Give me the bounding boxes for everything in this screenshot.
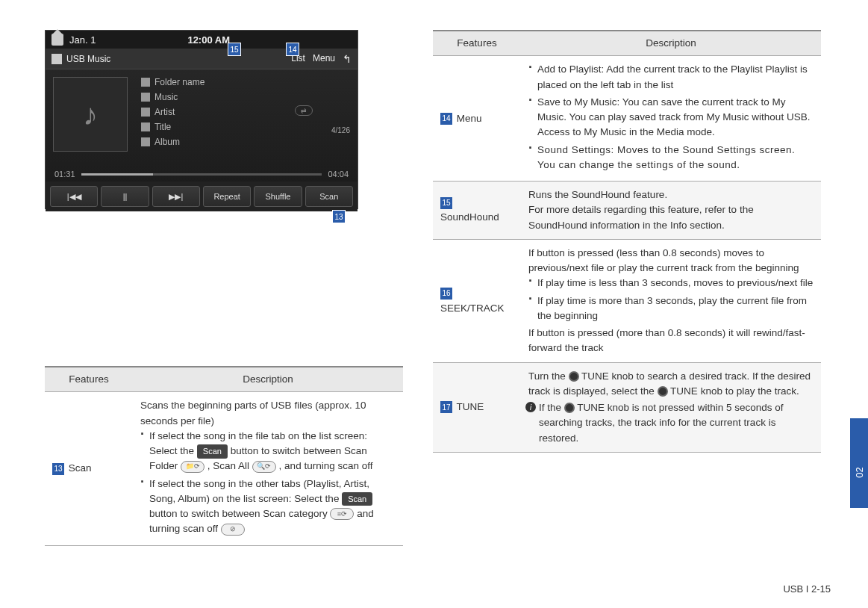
th-description: Description bbox=[521, 31, 821, 56]
th-description: Description bbox=[133, 367, 403, 392]
folder-icon bbox=[141, 78, 150, 87]
tune-knob-icon bbox=[564, 403, 575, 413]
feature-number: 17 bbox=[440, 401, 452, 413]
date-label: Jan. 1 bbox=[69, 34, 96, 46]
feature-number: 14 bbox=[440, 113, 452, 125]
feature-name: Scan bbox=[69, 462, 92, 474]
album-label: Album bbox=[154, 137, 180, 147]
feature-number: 13 bbox=[52, 463, 64, 475]
feature-name: Menu bbox=[457, 113, 482, 124]
screen-title: USB Music bbox=[66, 54, 110, 64]
scan-pill-icon: Scan bbox=[342, 492, 372, 506]
tune-knob-icon bbox=[658, 386, 668, 397]
album-icon bbox=[141, 137, 150, 146]
info-icon: i bbox=[525, 402, 536, 412]
next-button: ▶▶| bbox=[152, 186, 200, 207]
list-item: Sound Settings: Moves to the Sound Setti… bbox=[528, 143, 814, 173]
shuffle-button: Shuffle bbox=[254, 186, 302, 207]
scan-category-icon: ≡⟳ bbox=[330, 508, 354, 520]
scan-off-icon: ⊘ bbox=[221, 524, 245, 536]
album-art-placeholder: ♪ bbox=[53, 77, 128, 152]
feature-name: TUNE bbox=[457, 401, 484, 412]
desc-info: i If the TUNE knob is not pressed within… bbox=[528, 400, 814, 446]
artist-icon bbox=[141, 108, 150, 117]
music-label: Music bbox=[154, 92, 178, 102]
home-icon bbox=[51, 34, 63, 46]
scan-all-icon: 🔍⟳ bbox=[252, 461, 276, 473]
left-feature-table: Features Description 13 Scan Scans the b… bbox=[45, 366, 403, 546]
prev-button: |◀◀ bbox=[50, 186, 98, 207]
clock-label: 12:00 AM bbox=[187, 34, 230, 46]
page-footer: USB I 2-15 bbox=[783, 583, 831, 595]
list-item: If select the song in the other tabs (Pl… bbox=[140, 477, 396, 537]
desc-text: If button is pressed (more than 0.8 seco… bbox=[528, 326, 814, 356]
duration-time: 04:04 bbox=[328, 170, 349, 179]
scan-folder-icon: 📁⟳ bbox=[181, 461, 204, 473]
pause-button: || bbox=[101, 186, 149, 207]
table-row: 16 SEEK/TRACK If button is pressed (less… bbox=[433, 239, 821, 362]
desc-text: For more details regarding this feature,… bbox=[528, 202, 814, 233]
player-screenshot: Jan. 1 12:00 AM USB Music List Menu ↰ ♪ … bbox=[45, 30, 358, 209]
feature-number: 15 bbox=[440, 197, 452, 209]
right-feature-table: Features Description 14 Menu Add to Play… bbox=[433, 30, 821, 453]
artist-label: Artist bbox=[154, 107, 175, 117]
track-counter: 4/126 bbox=[331, 126, 350, 134]
feature-number: 16 bbox=[440, 288, 452, 300]
folder-name: Folder name bbox=[154, 77, 204, 87]
scan-button: Scan bbox=[305, 186, 353, 207]
callout-13: 13 bbox=[332, 210, 346, 223]
callout-14: 14 bbox=[286, 43, 299, 56]
desc-text: If button is pressed (less than 0.8 seco… bbox=[528, 246, 814, 276]
table-row: 13 Scan Scans the beginning parts of USB… bbox=[45, 392, 403, 545]
desc-text: Runs the SoundHound feature. bbox=[528, 187, 814, 202]
th-features: Features bbox=[433, 31, 521, 56]
progress-bar bbox=[81, 173, 322, 176]
table-row: 14 Menu Add to Playlist: Add the current… bbox=[433, 56, 821, 182]
desc-text: Turn the TUNE knob to search a desired t… bbox=[528, 369, 814, 400]
feature-name: SEEK/TRACK bbox=[440, 303, 505, 314]
shuffle-indicator-icon: ⇄ bbox=[295, 105, 313, 116]
feature-name: SoundHound bbox=[440, 211, 499, 223]
section-tab: 02 bbox=[850, 418, 868, 508]
callout-15: 15 bbox=[228, 43, 241, 56]
list-item: If select the song in the file tab on th… bbox=[140, 429, 396, 474]
section-number: 02 bbox=[854, 467, 865, 477]
list-item: Add to Playlist: Add the current track t… bbox=[528, 62, 814, 93]
table-row: 15 SoundHound Runs the SoundHound featur… bbox=[433, 182, 821, 240]
scan-intro: Scans the beginning parts of USB files (… bbox=[140, 398, 396, 429]
usb-icon bbox=[51, 54, 62, 64]
list-item: Save to My Music: You can save the curre… bbox=[528, 95, 814, 140]
table-row: 17 TUNE Turn the TUNE knob to search a d… bbox=[433, 362, 821, 452]
title-label: Title bbox=[154, 122, 171, 132]
title-icon bbox=[141, 122, 150, 131]
music-icon bbox=[141, 93, 150, 102]
tune-knob-icon bbox=[569, 371, 579, 382]
scan-pill-icon: Scan bbox=[197, 444, 228, 459]
menu-tab: Menu bbox=[313, 53, 335, 65]
th-features: Features bbox=[45, 367, 133, 392]
list-item: If play time is less than 3 seconds, mov… bbox=[528, 276, 814, 291]
list-item: If play time is more than 3 seconds, pla… bbox=[528, 294, 814, 324]
elapsed-time: 01:31 bbox=[54, 170, 75, 179]
repeat-button: Repeat bbox=[203, 186, 251, 207]
back-arrow-icon: ↰ bbox=[343, 53, 352, 65]
